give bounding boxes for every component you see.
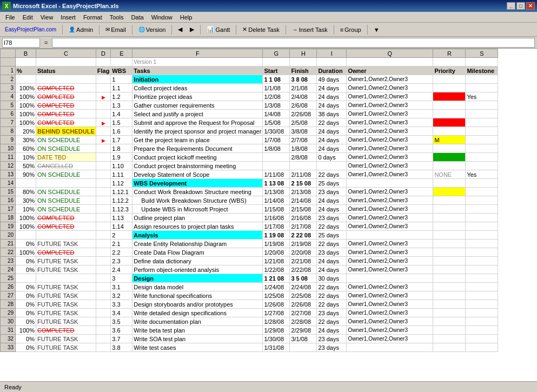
cell-finish: 2/1/08: [290, 84, 317, 92]
col-header-h[interactable]: H: [290, 49, 317, 58]
cell-milestone: [466, 179, 498, 188]
row-num-14: 14: [1, 179, 16, 188]
delete-task-button[interactable]: ✕ Delete Task: [240, 24, 282, 36]
col-header-f[interactable]: F: [132, 49, 263, 58]
cell-priority: [433, 188, 466, 196]
col-header-d[interactable]: D: [96, 49, 111, 58]
back-button[interactable]: ◀: [175, 24, 185, 36]
table-row: 14 1.12 WBS Development 1 13 08 2 15 08 …: [1, 179, 498, 188]
insert-label: Insert Task: [299, 26, 328, 33]
cell-start: 1/15/08: [263, 205, 290, 214]
minimize-button[interactable]: _: [507, 2, 515, 10]
cell-empty: [263, 58, 290, 67]
cell-empty: [36, 58, 96, 67]
cell-task: Build Work Breakdown Structure (WBS): [132, 196, 263, 205]
menu-format[interactable]: Format: [80, 13, 105, 22]
cell-flag: [96, 153, 111, 162]
email-button[interactable]: ✉ Email: [103, 24, 129, 36]
forward-button[interactable]: ▶: [187, 24, 197, 36]
cell-pct: 10%: [16, 153, 36, 162]
cell-milestone: [466, 291, 498, 300]
group-button[interactable]: ≡ Group: [337, 24, 364, 36]
cell-milestone: [466, 127, 498, 136]
spreadsheet-table: B C D E F G H I Q R S Version 1: [0, 49, 498, 352]
cell-status: COMPLETED: [36, 101, 96, 110]
table-row: 23 0% FUTURE TASK 2.3 Define data dictio…: [1, 257, 498, 265]
cell-priority: [433, 127, 466, 136]
gantt-label: Gantt: [215, 26, 230, 33]
name-box[interactable]: I78: [2, 38, 40, 48]
menu-bar: File Edit View Insert Format Tools Data …: [0, 12, 537, 23]
restore-button[interactable]: □: [516, 2, 525, 10]
cell-duration: 22 days: [317, 317, 347, 326]
cell-finish: 2/29/08: [290, 326, 317, 335]
cell-status: COMPLETED: [36, 118, 96, 127]
menu-edit[interactable]: Edit: [19, 13, 36, 22]
cell-priority: NONE: [433, 170, 466, 179]
cell-milestone: [466, 75, 498, 84]
col-header-s[interactable]: S: [466, 49, 498, 58]
cell-task: Outline project plan: [132, 214, 263, 222]
cell-duration: 22 days: [317, 300, 347, 309]
menu-insert[interactable]: Insert: [57, 13, 79, 22]
version-button[interactable]: 🌐 Version: [136, 24, 169, 36]
cell-pct: [16, 75, 36, 84]
table-row: 27 0% FUTURE TASK 3.2 Write functional s…: [1, 291, 498, 300]
table-row: 12 50% CANCELLED 1.10 Conduct project br…: [1, 162, 498, 170]
cell-duration: 24 days: [317, 84, 347, 92]
cell-status: COMPLETED: [36, 110, 96, 118]
cell-owner: Owner1,Owner2,Owner3: [347, 291, 433, 300]
cell-finish: 2/15/08: [290, 205, 317, 214]
row-num-22: 22: [1, 248, 16, 257]
col-header-q[interactable]: Q: [347, 49, 433, 58]
row-num-24: 24: [1, 265, 16, 274]
cell-duration: 24 days: [317, 144, 347, 153]
cell-wbs: 1.12.3: [111, 205, 132, 214]
toolbar-sep-8: [334, 25, 334, 35]
row-num-17: 17: [1, 205, 16, 214]
menu-tools[interactable]: Tools: [107, 13, 127, 22]
cell-priority: [433, 326, 466, 335]
col-header-c[interactable]: C: [36, 49, 96, 58]
col-header-i[interactable]: I: [317, 49, 347, 58]
cell-milestone: Yes: [466, 92, 498, 101]
admin-button[interactable]: 👤 Admin: [66, 24, 96, 36]
version-label: Version: [146, 26, 166, 33]
cell-wbs: 1: [111, 75, 132, 84]
col-header-r[interactable]: R: [433, 49, 466, 58]
cell-duration: 25 days: [317, 179, 347, 188]
col-header-e[interactable]: E: [111, 49, 132, 58]
gantt-button[interactable]: 📊 Gantt: [204, 24, 233, 36]
row-header: [1, 58, 16, 67]
col-priority-header: Priority: [433, 67, 466, 75]
cell-milestone: [466, 343, 498, 352]
cell-status: COMPLETED: [36, 84, 96, 92]
cell-task: Identify the project sponsor and project…: [132, 127, 263, 136]
formula-input[interactable]: [52, 38, 535, 48]
menu-view[interactable]: View: [37, 13, 57, 22]
cell-task: Write beta test plan: [132, 326, 263, 335]
cell-priority: [433, 300, 466, 309]
cell-milestone: [466, 84, 498, 92]
cell-priority: [433, 84, 466, 92]
website-button[interactable]: EasyProjectPlan.com: [2, 24, 59, 36]
cell-status: COMPLETED: [36, 248, 96, 257]
cell-flag: [96, 240, 111, 248]
cell-wbs: 1.4: [111, 110, 132, 118]
menu-data[interactable]: Data: [128, 13, 147, 22]
col-header-g[interactable]: G: [263, 49, 290, 58]
menu-window[interactable]: Window: [148, 13, 176, 22]
title-bar: X Microsoft Excel - EasyProjectPlan.xls …: [0, 0, 537, 12]
cell-priority: [433, 240, 466, 248]
close-button[interactable]: ✕: [526, 2, 535, 10]
menu-help[interactable]: Help: [177, 13, 196, 22]
insert-task-button[interactable]: → Insert Task: [289, 24, 330, 36]
filter-button[interactable]: ▼: [371, 24, 382, 36]
cell-owner: Owner1,Owner2,Owner3: [347, 205, 433, 214]
cell-task: WBS Development: [132, 179, 263, 188]
col-header-b[interactable]: B: [16, 49, 36, 58]
spreadsheet[interactable]: B C D E F G H I Q R S Version 1: [0, 49, 537, 381]
cell-pct: 100%: [16, 326, 36, 335]
cell-milestone: [466, 110, 498, 118]
menu-file[interactable]: File: [2, 13, 18, 22]
